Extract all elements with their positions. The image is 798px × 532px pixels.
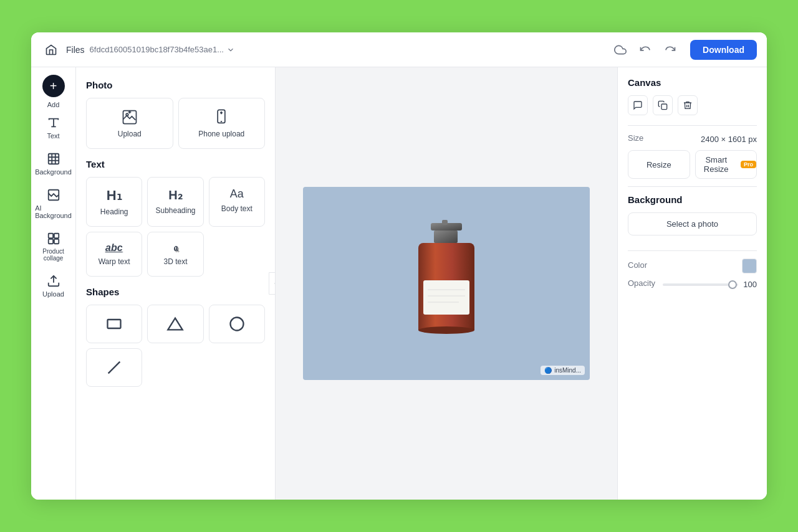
sidebar-item-add[interactable]: + Add — [42, 75, 65, 108]
background-title: Background — [628, 194, 757, 205]
files-link[interactable]: Files — [66, 45, 85, 55]
svg-rect-0 — [48, 154, 59, 164]
delete-icon[interactable] — [678, 95, 698, 115]
filename-display[interactable]: 6fdcd160051019bc18f73b4fe53ae1... — [90, 45, 235, 54]
svg-rect-9 — [54, 239, 58, 244]
select-photo-button[interactable]: Select a photo — [628, 212, 757, 235]
sidebar-item-ai-background[interactable]: AI Background — [35, 183, 72, 224]
divider-3 — [628, 250, 757, 251]
sidebar-item-product-collage[interactable]: Product collage — [35, 227, 72, 267]
triangle-shape-card[interactable] — [147, 305, 203, 343]
svg-point-27 — [418, 326, 474, 334]
svg-point-15 — [230, 318, 243, 331]
comment-icon[interactable] — [628, 95, 648, 115]
3d-text-card[interactable]: 𝔞 3D text — [147, 232, 203, 277]
svg-line-16 — [108, 362, 120, 374]
upload-card[interactable]: Upload — [86, 98, 173, 149]
size-row: Size 2400 × 1601 px — [628, 133, 757, 145]
svg-rect-6 — [48, 234, 52, 238]
add-panel: Photo Upload — [76, 67, 276, 500]
sidebar: + Add Text Background — [31, 67, 76, 500]
main-layout: + Add Text Background — [31, 67, 767, 500]
divider-1 — [628, 125, 757, 126]
cloud-icon[interactable] — [610, 40, 630, 60]
canvas-area: 🔵 insMind... — [276, 67, 617, 500]
header: Files 6fdcd160051019bc18f73b4fe53ae1... — [31, 32, 767, 67]
redo-button[interactable] — [660, 40, 680, 60]
right-panel: Canvas — [617, 67, 767, 500]
opacity-row: Opacity 100 — [628, 278, 757, 290]
svg-rect-20 — [434, 230, 458, 243]
watermark: 🔵 insMind... — [541, 366, 585, 375]
svg-rect-7 — [54, 234, 58, 238]
svg-rect-28 — [661, 104, 667, 110]
phone-upload-card[interactable]: Phone upload — [178, 98, 266, 149]
svg-rect-19 — [442, 220, 448, 225]
heading-card[interactable]: H₁ Heading — [86, 177, 142, 227]
shapes-grid — [86, 305, 265, 387]
download-button[interactable]: Download — [690, 40, 757, 60]
rectangle-shape-card[interactable] — [86, 305, 142, 343]
color-swatch[interactable] — [742, 259, 757, 273]
right-toolbar — [628, 95, 757, 115]
circle-shape-card[interactable] — [209, 305, 265, 343]
text-grid: H₁ Heading H₂ Subheading Aa Body text ab… — [86, 177, 265, 277]
canvas-frame[interactable]: 🔵 insMind... — [303, 187, 590, 380]
resize-button[interactable]: Resize — [628, 150, 690, 179]
undo-button[interactable] — [635, 40, 655, 60]
line-shape-card[interactable] — [86, 348, 142, 387]
sidebar-item-text[interactable]: Text — [35, 111, 72, 145]
opacity-slider[interactable] — [663, 283, 738, 286]
canvas-title: Canvas — [628, 77, 757, 88]
subheading-card[interactable]: H₂ Subheading — [147, 177, 203, 227]
warp-text-card[interactable]: abc Warp text — [86, 232, 142, 277]
sidebar-item-upload[interactable]: Upload — [35, 269, 72, 303]
home-button[interactable] — [41, 40, 61, 60]
add-icon: + — [42, 75, 65, 97]
header-toolbar — [610, 40, 680, 60]
app-window: Files 6fdcd160051019bc18f73b4fe53ae1... — [31, 32, 767, 500]
shapes-section-title: Shapes — [86, 287, 265, 297]
body-text-card[interactable]: Aa Body text — [209, 177, 265, 227]
product-bottle — [406, 218, 487, 349]
photo-grid: Upload Phone upload — [86, 98, 265, 149]
color-row: Color — [628, 259, 757, 273]
smart-resize-button[interactable]: Smart Resize Pro — [695, 150, 757, 179]
svg-point-12 — [126, 113, 128, 116]
photo-section-title: Photo — [86, 80, 265, 90]
copy-icon[interactable] — [653, 95, 673, 115]
svg-rect-8 — [48, 239, 52, 244]
text-section-title: Text — [86, 159, 265, 169]
panel-collapse-button[interactable] — [269, 272, 276, 295]
sidebar-item-background[interactable]: Background — [35, 147, 72, 181]
svg-rect-22 — [423, 280, 469, 315]
resize-buttons: Resize Smart Resize Pro — [628, 150, 757, 179]
pro-badge: Pro — [741, 161, 756, 168]
divider-2 — [628, 186, 757, 187]
svg-rect-14 — [108, 320, 121, 328]
